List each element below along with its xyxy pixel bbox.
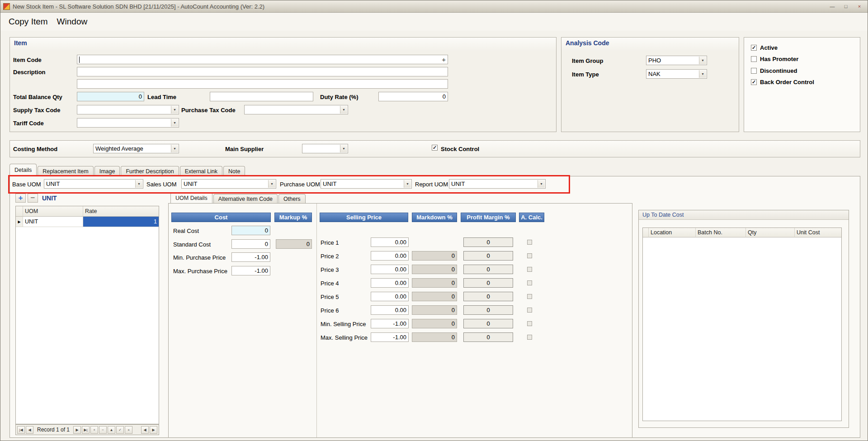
tab-external-link[interactable]: External Link: [180, 166, 222, 176]
description-input-2[interactable]: [77, 79, 448, 89]
chevron-down-icon[interactable]: ▼: [171, 119, 178, 127]
price-3-markdown-field[interactable]: 0: [412, 265, 457, 274]
menu-copy-item[interactable]: Copy Item: [4, 15, 52, 28]
max-selling-acalc-checkbox[interactable]: [527, 335, 532, 340]
minimize-button[interactable]: —: [827, 2, 838, 10]
price-3-acalc-checkbox[interactable]: [527, 267, 532, 272]
cancel-edit-button[interactable]: ×: [125, 426, 132, 434]
menu-window[interactable]: Window: [52, 15, 92, 28]
real-cost-input[interactable]: 0: [231, 226, 270, 235]
max-purchase-price-input[interactable]: -1.00: [231, 266, 270, 275]
chevron-down-icon[interactable]: ▼: [340, 145, 347, 152]
uom-grid-cell-rate[interactable]: 1: [83, 217, 159, 227]
price-5-acalc-checkbox[interactable]: [527, 294, 532, 299]
tab-replacement-item[interactable]: Replacement Item: [38, 166, 93, 176]
price-4-markdown-field[interactable]: 0: [412, 278, 457, 288]
tab-further-description[interactable]: Further Description: [121, 166, 179, 176]
price-6-markdown-field[interactable]: 0: [412, 305, 457, 315]
uom-grid-cell-uom[interactable]: UNIT: [23, 217, 83, 227]
back-order-control-checkbox[interactable]: ✓: [751, 79, 757, 85]
chevron-down-icon[interactable]: ▼: [135, 180, 142, 188]
price-6-input[interactable]: 0.00: [371, 305, 409, 315]
item-group-combo[interactable]: PHO ▼: [646, 56, 707, 65]
max-selling-markdown-field[interactable]: 0: [412, 332, 457, 342]
item-code-input[interactable]: +: [77, 55, 448, 64]
previous-record-button[interactable]: ◀: [26, 426, 33, 434]
next-record-button[interactable]: ▶: [73, 426, 81, 434]
utd-grid-col-batch-no[interactable]: Batch No.: [696, 228, 746, 237]
price-3-input[interactable]: 0.00: [371, 265, 409, 274]
has-promoter-checkbox[interactable]: [751, 56, 757, 62]
last-record-button[interactable]: ▶|: [82, 426, 90, 434]
delete-record-button[interactable]: −: [99, 426, 107, 434]
lead-time-input[interactable]: [210, 92, 313, 101]
min-selling-profit-field[interactable]: 0: [463, 319, 513, 328]
total-balance-qty-field[interactable]: 0: [77, 92, 144, 101]
price-4-acalc-checkbox[interactable]: [527, 280, 532, 285]
report-uom-combo[interactable]: UNIT ▼: [449, 179, 546, 189]
base-uom-combo[interactable]: UNIT ▼: [44, 179, 143, 189]
uom-grid-col-rate[interactable]: Rate: [83, 206, 159, 217]
price-5-profit-field[interactable]: 0: [463, 292, 513, 301]
min-selling-acalc-checkbox[interactable]: [527, 321, 532, 326]
chevron-down-icon[interactable]: ▼: [699, 57, 706, 64]
add-uom-button[interactable]: +: [15, 194, 26, 203]
tariff-code-combo[interactable]: ▼: [77, 118, 179, 128]
scroll-left-button[interactable]: ◀: [141, 426, 149, 434]
price-3-profit-field[interactable]: 0: [463, 265, 513, 274]
costing-method-combo[interactable]: Weighted Average ▼: [93, 144, 179, 153]
sales-uom-combo[interactable]: UNIT ▼: [181, 179, 276, 189]
max-selling-profit-field[interactable]: 0: [463, 332, 513, 342]
description-input-1[interactable]: [77, 67, 448, 76]
tab-details[interactable]: Details: [9, 164, 37, 176]
first-record-button[interactable]: |◀: [17, 426, 25, 434]
price-6-profit-field[interactable]: 0: [463, 305, 513, 315]
chevron-down-icon[interactable]: ▼: [340, 106, 347, 114]
chevron-down-icon[interactable]: ▼: [699, 70, 706, 78]
item-code-add-button[interactable]: +: [442, 56, 446, 63]
price-5-markdown-field[interactable]: 0: [412, 292, 457, 301]
utd-grid-col-qty[interactable]: Qty: [746, 228, 795, 237]
chevron-down-icon[interactable]: ▼: [538, 180, 545, 188]
chevron-down-icon[interactable]: ▼: [171, 145, 178, 152]
min-selling-markdown-field[interactable]: 0: [412, 319, 457, 328]
tab-others[interactable]: Others: [278, 194, 306, 203]
chevron-down-icon[interactable]: ▼: [404, 180, 411, 188]
standard-cost-markup-field[interactable]: 0: [276, 239, 312, 249]
price-1-input[interactable]: 0.00: [371, 237, 409, 247]
standard-cost-input[interactable]: 0: [231, 239, 270, 249]
post-edit-button[interactable]: ✓: [116, 426, 124, 434]
supply-tax-code-combo[interactable]: ▼: [77, 105, 179, 114]
append-record-button[interactable]: +: [90, 426, 98, 434]
scroll-right-button[interactable]: ▶: [150, 426, 157, 434]
utd-grid-col-location[interactable]: Location: [649, 228, 696, 237]
close-button[interactable]: ×: [854, 2, 865, 10]
active-checkbox[interactable]: ✓: [751, 45, 757, 51]
price-2-input[interactable]: 0.00: [371, 251, 409, 261]
duty-rate-input[interactable]: 0: [378, 92, 448, 101]
max-selling-price-input[interactable]: -1.00: [371, 332, 409, 342]
price-2-profit-field[interactable]: 0: [463, 251, 513, 261]
min-purchase-price-input[interactable]: -1.00: [231, 252, 270, 262]
price-1-profit-field[interactable]: 0: [463, 237, 513, 247]
discontinued-checkbox[interactable]: [751, 68, 757, 74]
uom-grid-col-uom[interactable]: UOM: [23, 206, 83, 217]
remove-uom-button[interactable]: −: [28, 194, 38, 203]
price-4-input[interactable]: 0.00: [371, 278, 409, 288]
purchase-uom-combo[interactable]: UNIT ▼: [321, 179, 412, 189]
maximize-button[interactable]: □: [840, 2, 851, 10]
chevron-down-icon[interactable]: ▼: [268, 180, 275, 188]
price-2-acalc-checkbox[interactable]: [527, 253, 532, 258]
main-supplier-combo[interactable]: ▼: [302, 144, 348, 153]
min-selling-price-input[interactable]: -1.00: [371, 319, 409, 328]
purchase-tax-code-combo[interactable]: ▼: [244, 105, 348, 114]
price-2-markdown-field[interactable]: 0: [412, 251, 457, 261]
utd-grid-col-unit-cost[interactable]: Unit Cost: [795, 228, 841, 237]
price-5-input[interactable]: 0.00: [371, 292, 409, 301]
item-type-combo[interactable]: NAK ▼: [646, 69, 707, 79]
tab-note[interactable]: Note: [223, 166, 245, 176]
chevron-down-icon[interactable]: ▼: [171, 106, 178, 114]
tab-image[interactable]: Image: [94, 166, 120, 176]
price-1-acalc-checkbox[interactable]: [527, 240, 532, 245]
stock-control-checkbox[interactable]: ✓: [432, 145, 438, 151]
